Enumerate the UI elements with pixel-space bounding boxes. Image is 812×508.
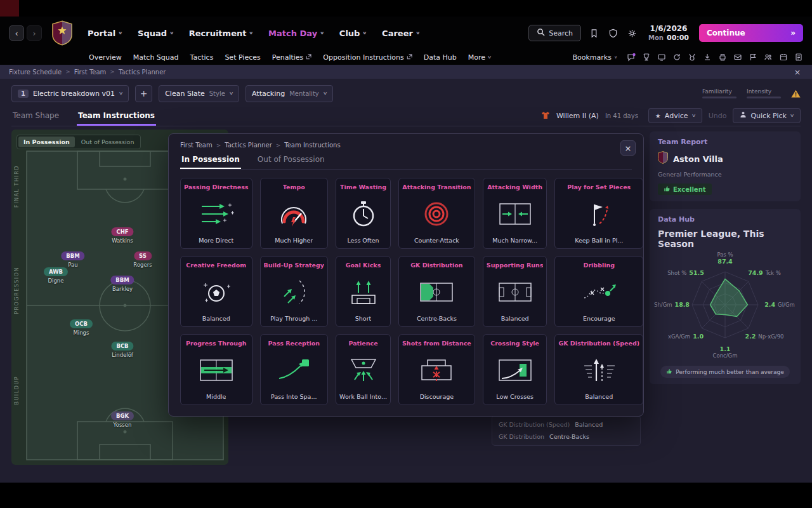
card-value: Work Ball Into...	[339, 393, 387, 400]
player-mings[interactable]: OCBMings	[70, 316, 93, 336]
intensity-bar	[747, 97, 781, 98]
player-digne[interactable]: AWBDigne	[44, 264, 68, 284]
nav-portal[interactable]: Portal∨	[88, 29, 122, 38]
instruction-card-tempo[interactable]: TempoMuch Higher	[260, 178, 329, 249]
tab-team-instructions[interactable]: Team Instructions	[77, 111, 156, 126]
users-icon[interactable]	[763, 53, 773, 62]
subnav-overview[interactable]: Overview	[89, 53, 122, 62]
instruction-card-goal-kicks[interactable]: Goal KicksShort	[336, 256, 391, 327]
subnav-opposition-instructions[interactable]: Opposition Instructions	[323, 53, 412, 62]
instruction-card-passing-directness[interactable]: Passing DirectnessMore Direct	[180, 178, 252, 249]
tactic-name: Electric breakdown v01	[33, 90, 115, 98]
notes-icon[interactable]	[794, 53, 803, 62]
subnav-data-hub[interactable]: Data Hub	[424, 53, 457, 62]
instruction-card-shots-from-distance[interactable]: Shots from DistanceDiscourage	[398, 334, 475, 405]
forward-button[interactable]: ›	[27, 25, 42, 41]
calendar-icon[interactable]	[778, 53, 788, 62]
nav-recruitment[interactable]: Recruitment∨	[189, 29, 253, 38]
instruction-row-gk-distribution-speed[interactable]: GK Distribution (Speed)Balanced	[499, 418, 634, 431]
subnav-tactics[interactable]: Tactics	[190, 53, 214, 62]
instruction-card-gk-distribution-speed[interactable]: GK Distribution (Speed)Balanced	[554, 334, 643, 405]
tab-team-shape[interactable]: Team Shape	[11, 111, 60, 126]
medal-icon[interactable]	[687, 53, 697, 62]
flag-icon[interactable]	[748, 53, 757, 62]
card-value: More Direct	[199, 237, 233, 244]
subnav-match-squad[interactable]: Match Squad	[133, 53, 179, 62]
instruction-card-supporting-runs[interactable]: Supporting RunsBalanced	[483, 256, 547, 327]
nav-match-day[interactable]: Match Day∨	[268, 29, 324, 38]
mail-icon[interactable]	[733, 53, 742, 62]
familiarity-meter: Familiarity	[702, 88, 737, 98]
tactic-select[interactable]: 1 Electric breakdown v01 ∨	[11, 85, 129, 102]
nav-club[interactable]: Club∨	[339, 29, 367, 38]
bookmark-icon[interactable]	[587, 27, 600, 39]
quick-pick-button[interactable]: Quick Pick ∨	[733, 108, 801, 123]
nav-squad[interactable]: Squad∨	[138, 29, 174, 38]
instruction-card-play-for-set-pieces[interactable]: Play for Set PiecesKeep Ball in Pl...	[554, 178, 643, 249]
continue-button[interactable]: Continue »	[699, 24, 803, 42]
time-value: 00:00	[667, 34, 689, 42]
card-value: Counter-Attack	[414, 237, 459, 244]
instruction-card-attacking-width[interactable]: Attacking WidthMuch Narrow...	[483, 178, 547, 249]
monitor-icon[interactable]	[657, 53, 666, 62]
breadcrumb-item[interactable]: Tactics Planner	[225, 142, 272, 149]
subnav-right: Bookmarks∨	[572, 53, 803, 62]
instruction-card-creative-freedom[interactable]: Creative FreedomBalanced	[180, 256, 252, 327]
position-badge: CHF	[111, 227, 133, 236]
subnav-set-pieces[interactable]: Set Pieces	[225, 53, 260, 62]
breadcrumb-item[interactable]: Team Instructions	[284, 142, 340, 149]
chat-icon[interactable]	[626, 53, 636, 62]
player-watkins[interactable]: CHFWatkins	[111, 224, 133, 244]
position-badge: BGK	[111, 411, 134, 420]
instruction-card-build-up-strategy[interactable]: Build-Up StrategyPlay Through ...	[260, 256, 329, 327]
card-title: Passing Directness	[184, 184, 249, 190]
modal-tab-in-possession[interactable]: In Possession	[180, 155, 241, 169]
download-icon[interactable]	[702, 53, 712, 62]
club-crest[interactable]	[52, 20, 72, 46]
instruction-card-dribbling[interactable]: DribblingEncourage	[554, 256, 643, 327]
instruction-card-time-wasting[interactable]: Time WastingLess Often	[336, 178, 391, 249]
instruction-row-gk-distribution[interactable]: GK DistributionCentre-Backs	[499, 431, 634, 443]
instruction-card-patience[interactable]: PatienceWork Ball Into...	[336, 334, 391, 405]
player-lindel-f[interactable]: BCBLindelöf	[111, 338, 133, 358]
team-report-card[interactable]: Team Report Aston Villa General Performa…	[650, 131, 801, 201]
breadcrumb-item[interactable]: Fixture Schedule	[9, 69, 62, 76]
printer-icon[interactable]	[717, 53, 727, 62]
player-barkley[interactable]: BBMBarkley	[110, 272, 134, 292]
instruction-card-pass-reception[interactable]: Pass ReceptionPass Into Spa...	[260, 334, 329, 405]
game-date: 1/6/2026 Mon00:00	[648, 24, 689, 42]
advice-button[interactable]: ★ Advice ∨	[648, 108, 702, 123]
modal-tab-out-of-possession[interactable]: Out of Possession	[256, 155, 326, 169]
instruction-card-attacking-transition[interactable]: Attacking TransitionCounter-Attack	[398, 178, 475, 249]
search-button[interactable]: Search	[528, 25, 581, 41]
toggle-out-of-possession[interactable]: Out of Possession	[76, 137, 140, 147]
nav-career[interactable]: Career∨	[382, 29, 419, 38]
toggle-in-possession[interactable]: In Possession	[18, 137, 75, 147]
crossing-style-icon	[495, 347, 535, 393]
shield-icon[interactable]	[606, 27, 619, 39]
mentality-select[interactable]: Attacking Mentality ∨	[246, 85, 333, 102]
player-yossen[interactable]: BGKYossen	[111, 408, 134, 428]
data-hub-badge-label: Performing much better than average	[676, 369, 784, 375]
subnav-more[interactable]: More∨	[468, 53, 491, 62]
subnav-penalties[interactable]: Penalties	[272, 53, 312, 62]
instruction-card-progress-through[interactable]: Progress ThroughMiddle	[180, 334, 252, 405]
style-select[interactable]: Clean Slate Style ∨	[159, 85, 239, 102]
trophy-icon[interactable]	[641, 53, 651, 62]
add-tactic-button[interactable]: +	[135, 85, 152, 102]
modal-close-button[interactable]: ×	[620, 140, 636, 156]
instruction-card-gk-distribution[interactable]: GK DistributionCentre-Backs	[398, 256, 475, 327]
bookmarks-button[interactable]: Bookmarks∨	[572, 53, 617, 62]
undo-button[interactable]: Undo	[709, 112, 727, 120]
refresh-icon[interactable]	[672, 53, 681, 62]
instruction-card-crossing-style[interactable]: Crossing StyleLow Crosses	[483, 334, 547, 405]
player-rogers[interactable]: SSRogers	[133, 248, 152, 268]
data-hub-card[interactable]: Data Hub Premier League, This Season Pas…	[650, 209, 801, 384]
close-icon[interactable]: ×	[792, 67, 803, 77]
breadcrumb-item[interactable]: First Team	[74, 69, 107, 76]
breadcrumb-item[interactable]: Tactics Planner	[119, 69, 166, 76]
back-button[interactable]: ‹	[9, 25, 24, 41]
breadcrumb-item[interactable]: First Team	[180, 142, 213, 149]
gear-icon[interactable]	[625, 27, 638, 39]
radar-axis-gl-gm: 2.4Gl/Gm	[764, 301, 795, 308]
